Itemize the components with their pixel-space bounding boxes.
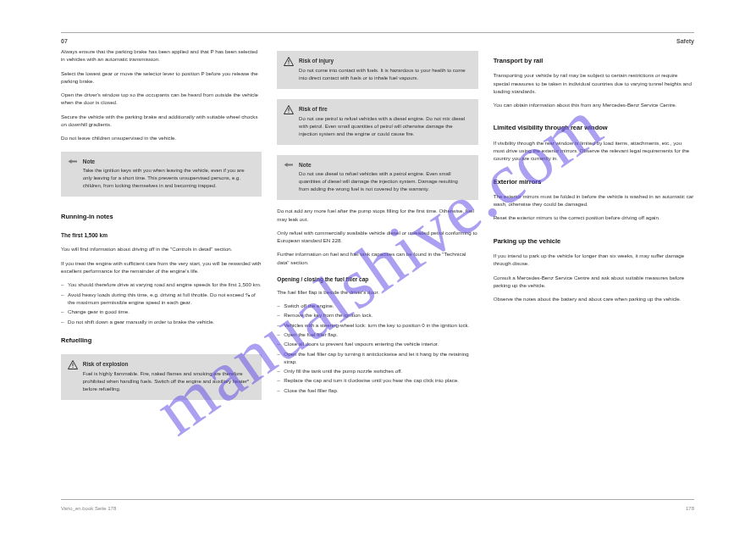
warning-text: Fuel is highly flammable. Fire, naked fl…: [83, 371, 249, 391]
footer-doc-info: Vario_en.book Seite 178: [61, 506, 116, 511]
hand-icon: [68, 158, 78, 165]
list-item: Do not shift down a gear manually in ord…: [68, 318, 262, 325]
list-item: Change gear in good time.: [68, 308, 262, 315]
list-item: Remove the key from the ignition lock.: [284, 311, 477, 319]
warning-triangle-icon: [284, 57, 294, 66]
svg-rect-4: [289, 108, 290, 111]
body-text: Do not leave children unsupervised in th…: [61, 134, 262, 142]
list-item: Avoid heavy loads during this time, e.g.…: [68, 291, 262, 307]
warning-title: Risk of injury: [299, 57, 469, 65]
body-text: Consult a Mercedes-Benz Service Centre a…: [494, 274, 694, 290]
warning-text: Do not use petrol to refuel vehicles wit…: [299, 116, 465, 136]
header-section-number: 07: [61, 38, 68, 44]
warning-triangle-icon: [68, 360, 78, 369]
note-text: Take the ignition keys with you when lea…: [83, 168, 245, 188]
list-item: Replace the cap and turn it clockwise un…: [284, 376, 477, 384]
body-text: If visibility through the rear window is…: [494, 139, 694, 163]
warning-box: Risk of fire Do not use petrol to refuel…: [277, 99, 477, 145]
body-text: You can obtain information about this fr…: [494, 101, 694, 108]
svg-rect-3: [289, 64, 290, 64]
svg-rect-1: [73, 367, 74, 368]
body-text: You will find information about driving …: [61, 245, 262, 253]
page-header: 07 Safety: [61, 33, 694, 47]
list-item: Only fill the tank until the pump nozzle…: [284, 367, 477, 375]
list-item: Switch off the engine.: [284, 302, 477, 309]
body-text: Only refuel with commercially available …: [277, 229, 477, 245]
note-title: Note: [299, 161, 469, 169]
step-list: Switch off the engine. Remove the key fr…: [277, 302, 477, 396]
body-text: Observe the notes about the battery and …: [494, 295, 694, 303]
warning-box: Risk of explosion Fuel is highly flammab…: [61, 354, 262, 400]
list-item: Open the fuel filler cap by turning it a…: [284, 350, 477, 366]
warning-title: Risk of explosion: [83, 360, 253, 369]
note-title: Note: [83, 158, 253, 166]
note-text: Do not use diesel to refuel vehicles wit…: [299, 171, 458, 192]
svg-rect-5: [289, 112, 290, 113]
heading-visibility: Limited visibility through rear window: [494, 123, 694, 132]
body-text: If you intend to park up the vehicle for…: [494, 252, 694, 268]
list-item: Close all doors to prevent fuel vapours …: [284, 340, 477, 347]
note-box: Note Do not use diesel to refuel vehicle…: [277, 155, 477, 201]
column-2: Risk of injury Do not come into contact …: [277, 47, 477, 484]
warning-title: Risk of fire: [299, 105, 469, 114]
body-text: Secure the vehicle with the parking brak…: [61, 113, 262, 129]
header-section-title: Safety: [676, 38, 694, 44]
subheading: Opening / closing the fuel filler cap: [277, 275, 477, 284]
heading-mirrors: Exterior mirrors: [494, 177, 694, 186]
heading-refuelling: Refuelling: [61, 336, 262, 345]
body-text: Always ensure that the parking brake has…: [61, 47, 262, 64]
body-text: Select the lowest gear or move the selec…: [61, 69, 262, 86]
svg-rect-0: [73, 364, 74, 367]
body-text: Further information on fuel and fuel tan…: [277, 250, 477, 266]
body-text: The fuel filler flap is beside the drive…: [277, 288, 477, 296]
heading-parking: Parking up the vehicle: [494, 236, 694, 246]
list-item: Vehicles with a steering-wheel lock: tur…: [284, 321, 477, 329]
warning-triangle-icon: [284, 105, 294, 114]
subheading: The first 1,500 km: [61, 231, 262, 240]
body-text: Transporting your vehicle by rail may be…: [494, 71, 694, 95]
note-box: Note Take the ignition keys with you whe…: [61, 152, 262, 197]
body-text: The exterior mirrors must be folded in b…: [494, 192, 694, 208]
heading-running-in: Running-in notes: [61, 212, 262, 221]
warning-box: Risk of injury Do not come into contact …: [277, 51, 477, 89]
body-text: Do not add any more fuel after the pump …: [277, 207, 477, 223]
list-item: Open the fuel filler flap.: [284, 330, 477, 338]
hand-icon: [284, 161, 294, 169]
page-footer: Vario_en.book Seite 178 178: [61, 506, 694, 511]
list-item: Close the fuel filler flap.: [284, 386, 477, 394]
body-text: Reset the exterior mirrors to the correc…: [494, 214, 694, 221]
warning-text: Do not come into contact with fuels. It …: [299, 68, 465, 81]
document-page: 07 Safety Always ensure that the parking…: [61, 32, 694, 500]
body-text: If you treat the engine with sufficient …: [61, 259, 262, 275]
bullet-list: You should therefore drive at varying ro…: [61, 280, 262, 326]
column-3: Transport by rail Transporting your vehi…: [494, 47, 694, 484]
svg-rect-2: [289, 60, 290, 64]
column-1: Always ensure that the parking brake has…: [61, 47, 262, 484]
list-item: You should therefore drive at varying ro…: [68, 280, 262, 288]
body-text: Open the driver's window top so the occu…: [61, 91, 262, 107]
footer-page-number: 178: [686, 506, 694, 511]
heading-rail: Transport by rail: [494, 56, 694, 65]
